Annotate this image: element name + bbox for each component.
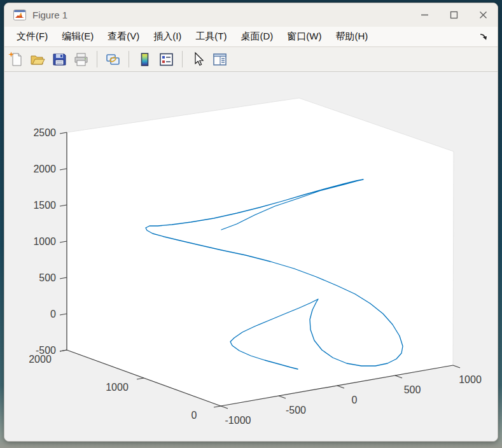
z-tick-mark [60,314,67,315]
z-tick-mark [60,169,67,170]
toolbar-separator [97,51,97,67]
x-tick-label: 0 [352,395,358,405]
y-tick-mark [214,406,221,407]
z-tick-mark [60,277,67,279]
z-tick-label: 1500 [33,200,56,211]
menu-insert[interactable]: 插入(I) [146,28,188,45]
y-tick-label: 2000 [29,354,52,365]
window-controls [410,3,498,27]
y-tick-mark [137,378,144,379]
x-tick-label: 500 [404,384,421,395]
y-tick-label: 0 [192,410,197,421]
open-file-icon[interactable] [30,52,46,67]
x-tick-label: -500 [286,405,306,416]
x-tick-mark [395,375,402,378]
z-tick-mark [60,205,67,206]
z-tick-label: 1000 [33,236,56,247]
figure-canvas[interactable]: 25002000150010005000-500200010000-1000-5… [4,72,498,441]
save-icon[interactable] [52,52,67,67]
x-tick-mark [279,396,286,398]
new-figure-icon[interactable] [8,52,24,67]
z-tick-mark [60,241,67,242]
menu-desktop[interactable]: 桌面(D) [234,28,280,45]
close-button[interactable] [468,3,498,27]
link-plot-icon[interactable] [105,52,121,67]
z-tick-mark [60,132,67,134]
print-icon[interactable] [73,52,89,67]
matlab-logo-icon [13,10,26,20]
title-bar: Figure 1 [4,3,498,27]
insert-legend-icon[interactable] [158,52,174,67]
plot-3d-axes: 25002000150010005000-500200010000-1000-5… [4,72,498,442]
z-tick-label: 2000 [33,164,56,174]
x-tick-mark [221,406,228,409]
z-tick-label: 2500 [33,127,56,138]
y-tick-label: 1000 [106,382,129,393]
x-tick-mark [453,365,460,368]
menu-help[interactable]: 帮助(H) [328,28,375,45]
y-tick-mark [60,350,67,351]
z-tick-label: 0 [50,309,56,319]
menu-edit[interactable]: 编辑(E) [55,28,101,45]
toolbar-separator [129,51,129,67]
menu-bar: 文件(F) 编辑(E) 查看(V) 插入(I) 工具(T) 桌面(D) 窗口(W… [4,27,498,47]
x-tick-label: -1000 [225,415,251,426]
menu-tools[interactable]: 工具(T) [188,28,234,45]
insert-colorbar-icon[interactable] [137,52,153,67]
figure-window: Figure 1 文件(F) 编辑(E) 查看(V) 插入(I) [4,3,498,442]
figure-toolbar [4,47,498,72]
minimize-button[interactable] [410,3,439,27]
menu-file[interactable]: 文件(F) [10,28,55,45]
window-title: Figure 1 [32,10,67,20]
edit-plot-arrow-icon[interactable] [190,52,206,67]
close-icon [479,11,487,19]
property-inspector-icon[interactable] [212,52,228,67]
menu-view[interactable]: 查看(V) [101,28,146,45]
dock-figure-arrow-icon[interactable] [478,32,489,42]
z-tick-label: 500 [39,272,56,283]
x-tick-label: 1000 [459,374,482,385]
maximize-button[interactable] [439,3,468,27]
maximize-icon [450,11,458,19]
axes-box-walls [67,98,454,406]
minimize-icon [421,11,429,19]
menu-window[interactable]: 窗口(W) [280,28,328,45]
toolbar-separator [182,51,183,67]
x-tick-mark [337,386,344,388]
